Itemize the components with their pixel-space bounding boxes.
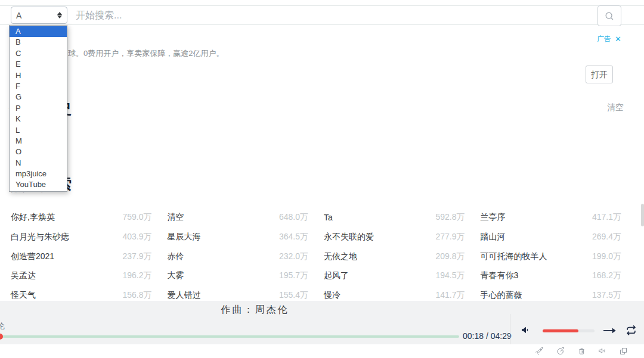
search-count: 156.8万 (122, 290, 151, 301)
engine-option[interactable]: M (10, 136, 67, 147)
song-title-marquee: 伦 (0, 321, 5, 332)
song-name[interactable]: 兰亭序 (481, 212, 506, 223)
search-bar: A (0, 5, 644, 25)
engine-dropdown: ABCEHFGPKLMONmp3juiceYouTube (9, 25, 67, 192)
hot-search-item[interactable]: 创造营2021237.9万 (11, 247, 152, 266)
song-name[interactable]: 清空 (168, 212, 184, 223)
hot-search-item[interactable]: 白月光与朱砂痣403.9万 (11, 228, 152, 247)
engine-option[interactable]: E (10, 59, 67, 70)
song-name[interactable]: 大雾 (168, 270, 184, 281)
search-count: 648.0万 (279, 212, 308, 223)
hot-search-item[interactable]: 永不失联的爱277.9万 (324, 228, 465, 247)
engine-option[interactable]: F (10, 81, 67, 92)
hot-search-item[interactable]: 无依之地209.8万 (324, 247, 465, 266)
hot-search-item[interactable]: 大雾195.7万 (168, 266, 309, 286)
hot-search-item[interactable]: 踏山河269.4万 (481, 228, 622, 247)
trash-icon[interactable] (577, 346, 586, 356)
ad-label: 广告 (597, 34, 611, 44)
song-name[interactable]: Ta (324, 213, 333, 222)
arrow-right-icon (603, 327, 617, 334)
volume-slider[interactable] (543, 329, 595, 332)
search-count: 168.2万 (592, 270, 621, 281)
search-count: 364.5万 (279, 232, 308, 242)
search-count: 269.4万 (592, 232, 621, 242)
ad-open-button[interactable]: 打开 (586, 66, 613, 83)
next-track-button[interactable] (603, 327, 617, 334)
song-name[interactable]: 永不失联的爱 (324, 232, 374, 242)
select-updown-icon (57, 12, 62, 18)
search-count: 277.9万 (435, 232, 465, 242)
song-name[interactable]: 创造营2021 (11, 251, 54, 262)
hot-search-item[interactable]: 青春有你3168.2万 (481, 266, 622, 286)
song-name[interactable]: 吴孟达 (11, 270, 36, 281)
engine-option[interactable]: mp3juice (10, 169, 67, 179)
hot-search-item[interactable]: 清空648.0万 (168, 208, 309, 228)
scrollbar-thumb[interactable] (641, 204, 644, 226)
speaker-icon (520, 325, 530, 335)
sound-icon[interactable] (597, 346, 607, 356)
time-display: 00:18 / 04:29 (463, 331, 512, 341)
ad-tag: 广告 ✕ (597, 34, 621, 44)
ad-close-icon[interactable]: ✕ (615, 35, 621, 43)
hot-search-item[interactable]: 你好,李焕英759.0万 (11, 208, 152, 228)
song-name[interactable]: 可可托海的牧羊人 (481, 251, 547, 262)
hot-search-item[interactable]: 吴孟达196.2万 (11, 266, 152, 286)
search-button[interactable] (597, 5, 621, 26)
search-count: 417.1万 (592, 212, 621, 223)
mini-window-icon[interactable] (618, 346, 628, 356)
engine-option[interactable]: K (10, 114, 67, 124)
timer-icon[interactable] (556, 346, 565, 356)
hot-search-item[interactable]: 起风了194.5万 (324, 266, 465, 286)
search-count: 196.2万 (122, 270, 151, 281)
hot-search-grid: 你好,李焕英759.0万清空648.0万Ta592.8万兰亭序417.1万白月光… (11, 208, 621, 305)
song-name[interactable]: 星辰大海 (168, 232, 201, 242)
engine-option[interactable]: C (10, 48, 67, 59)
engine-select-value: A (16, 11, 57, 20)
search-count: 137.5万 (592, 290, 621, 301)
search-count: 199.0万 (592, 251, 621, 262)
song-name[interactable]: 手心的蔷薇 (481, 290, 522, 301)
search-count: 155.4万 (279, 290, 308, 301)
hot-search-item[interactable]: 可可托海的牧羊人199.0万 (481, 247, 622, 266)
engine-option[interactable]: L (10, 125, 67, 136)
clear-history-button[interactable]: 清空 (607, 102, 624, 113)
ad-text: 球。0费用开户，享卖家保障，赢逾2亿用户。 (68, 48, 224, 59)
mute-button[interactable] (520, 325, 530, 335)
song-name[interactable]: 爱人错过 (168, 290, 201, 301)
engine-option[interactable]: H (10, 70, 67, 81)
engine-option[interactable]: YouTube (10, 179, 67, 190)
search-input[interactable] (75, 6, 587, 24)
player-divider (510, 314, 510, 344)
hot-search-item[interactable]: 赤伶232.0万 (168, 247, 309, 266)
engine-option[interactable]: G (10, 92, 67, 102)
song-name[interactable]: 无依之地 (324, 251, 357, 262)
progress-bar[interactable] (0, 335, 459, 338)
song-name[interactable]: 青春有你3 (481, 270, 519, 281)
repeat-button[interactable] (626, 325, 636, 335)
song-name[interactable]: 起风了 (324, 270, 349, 281)
music-search-page: A 广告 ✕ 球。0费用开户，享卖家保障，赢逾2亿用户。 打开 搜索历史 清空 … (0, 0, 644, 358)
engine-option[interactable]: N (10, 158, 67, 169)
progress-thumb[interactable] (0, 334, 3, 340)
search-count: 237.9万 (122, 251, 151, 262)
engine-option[interactable]: O (10, 147, 67, 157)
search-count: 592.8万 (435, 212, 465, 223)
rocket-icon[interactable] (535, 346, 544, 356)
hot-search-item[interactable]: 星辰大海364.5万 (168, 228, 309, 247)
engine-option[interactable]: P (10, 103, 67, 114)
song-name[interactable]: 怪天气 (11, 290, 36, 301)
volume-fill (543, 329, 578, 332)
engine-option[interactable]: B (10, 37, 67, 48)
song-name[interactable]: 你好,李焕英 (11, 212, 55, 223)
song-name[interactable]: 白月光与朱砂痣 (11, 232, 69, 242)
search-count: 232.0万 (279, 251, 308, 262)
search-count: 209.8万 (435, 251, 465, 262)
engine-option[interactable]: A (10, 26, 67, 37)
hot-search-item[interactable]: Ta592.8万 (324, 208, 465, 228)
song-name[interactable]: 踏山河 (481, 232, 506, 242)
engine-select[interactable]: A (11, 7, 67, 24)
song-name[interactable]: 赤伶 (168, 251, 184, 262)
song-name[interactable]: 慢冷 (324, 290, 340, 301)
lyric-line: 作曲：周杰伦 (0, 304, 510, 316)
hot-search-item[interactable]: 兰亭序417.1万 (481, 208, 622, 228)
